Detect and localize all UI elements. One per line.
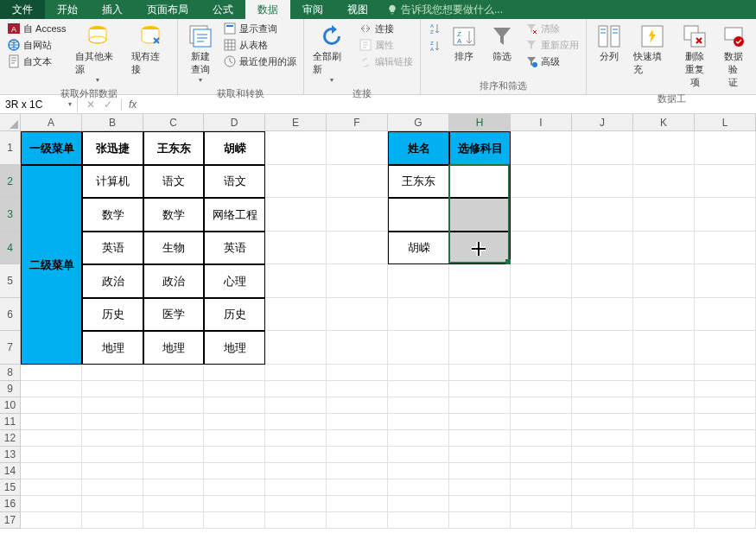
row-header-17[interactable]: 17 xyxy=(0,512,21,529)
cell-K14[interactable] xyxy=(633,463,695,479)
row-header-6[interactable]: 6 xyxy=(0,298,21,331)
cell-A9[interactable] xyxy=(21,381,82,397)
new-query-button[interactable]: 新建 查询▾ xyxy=(183,21,218,86)
cell-F15[interactable] xyxy=(327,479,388,496)
tab-review[interactable]: 审阅 xyxy=(290,0,335,19)
col-header-C[interactable]: C xyxy=(143,114,204,131)
cell-K6[interactable] xyxy=(633,298,695,331)
cell-L12[interactable] xyxy=(695,430,756,447)
edit-links-button[interactable]: 编辑链接 xyxy=(357,54,415,69)
cell-D10[interactable] xyxy=(204,397,265,414)
cell-I17[interactable] xyxy=(511,512,572,529)
from-web-button[interactable]: 自网站 xyxy=(5,37,68,53)
cell-E4[interactable] xyxy=(265,232,327,264)
cell-C13[interactable] xyxy=(143,447,204,463)
cell-K1[interactable] xyxy=(633,131,695,165)
col-header-H[interactable]: H xyxy=(449,114,511,131)
cell-E16[interactable] xyxy=(265,496,327,512)
cell-L3[interactable] xyxy=(695,198,756,232)
cell-I7[interactable] xyxy=(511,331,572,365)
tab-layout[interactable]: 页面布局 xyxy=(135,0,200,19)
row-header-5[interactable]: 5 xyxy=(0,264,21,298)
col-header-D[interactable]: D xyxy=(204,114,265,131)
cell-L9[interactable] xyxy=(695,381,756,397)
cell-C3[interactable]: 数学 xyxy=(143,198,204,232)
cell-J12[interactable] xyxy=(572,430,633,447)
cell-I4[interactable] xyxy=(511,232,572,264)
from-table-button[interactable]: 从表格 xyxy=(221,37,298,53)
filter-button[interactable]: 筛选 xyxy=(485,21,519,65)
cell-H1[interactable]: 选修科目 xyxy=(449,131,511,165)
formula-input[interactable] xyxy=(143,103,756,106)
cell-F1[interactable] xyxy=(327,131,388,165)
cell-E8[interactable] xyxy=(265,365,327,381)
cell-C8[interactable] xyxy=(143,365,204,381)
col-header-J[interactable]: J xyxy=(572,114,633,131)
cell-B5[interactable]: 政治 xyxy=(82,264,143,298)
cell-B1[interactable]: 张迅捷 xyxy=(82,131,143,165)
cell-D6[interactable]: 历史 xyxy=(204,298,265,331)
from-access-button[interactable]: A自 Access xyxy=(5,21,68,36)
col-header-E[interactable]: E xyxy=(265,114,327,131)
remove-duplicates-button[interactable]: 删除 重复项 xyxy=(677,21,712,91)
cell-B11[interactable] xyxy=(82,414,143,430)
cell-I3[interactable] xyxy=(511,198,572,232)
cancel-icon[interactable]: ✕ xyxy=(86,98,95,111)
cell-B10[interactable] xyxy=(82,397,143,414)
cell-F10[interactable] xyxy=(327,397,388,414)
cell-E5[interactable] xyxy=(265,264,327,298)
cell-A10[interactable] xyxy=(21,397,82,414)
refresh-all-button[interactable]: 全部刷新▾ xyxy=(309,21,353,86)
tab-data[interactable]: 数据 xyxy=(245,0,290,19)
cell-G1[interactable]: 姓名 xyxy=(388,131,449,165)
cell-F4[interactable] xyxy=(327,232,388,264)
cell-K15[interactable] xyxy=(633,479,695,496)
cell-C16[interactable] xyxy=(143,496,204,512)
cell-J8[interactable] xyxy=(572,365,633,381)
flash-fill-button[interactable]: 快速填充 xyxy=(630,21,674,78)
tab-file[interactable]: 文件 xyxy=(0,0,45,19)
cell-G14[interactable] xyxy=(388,463,449,479)
cell-A1[interactable]: 一级菜单 xyxy=(21,131,82,165)
cell-F11[interactable] xyxy=(327,414,388,430)
row-header-8[interactable]: 8 xyxy=(0,365,21,381)
cell-H8[interactable] xyxy=(449,365,511,381)
col-header-F[interactable]: F xyxy=(327,114,388,131)
cell-D15[interactable] xyxy=(204,479,265,496)
cell-L6[interactable] xyxy=(695,298,756,331)
reapply-button[interactable]: 重新应用 xyxy=(523,37,581,53)
row-header-13[interactable]: 13 xyxy=(0,447,21,463)
name-box[interactable]: 3R x 1C ▾ xyxy=(0,97,78,112)
cell-J1[interactable] xyxy=(572,131,633,165)
cell-J2[interactable] xyxy=(572,165,633,198)
cell-H2[interactable] xyxy=(449,165,511,198)
cell-D9[interactable] xyxy=(204,381,265,397)
cell-D11[interactable] xyxy=(204,414,265,430)
cell-I10[interactable] xyxy=(511,397,572,414)
cell-L15[interactable] xyxy=(695,479,756,496)
cell-J15[interactable] xyxy=(572,479,633,496)
from-text-button[interactable]: 自文本 xyxy=(5,54,68,69)
tab-formula[interactable]: 公式 xyxy=(200,0,245,19)
cell-H17[interactable] xyxy=(449,512,511,529)
cell-K4[interactable] xyxy=(633,232,695,264)
cell-G17[interactable] xyxy=(388,512,449,529)
cell-F6[interactable] xyxy=(327,298,388,331)
cell-A15[interactable] xyxy=(21,479,82,496)
cell-J17[interactable] xyxy=(572,512,633,529)
cell-H7[interactable] xyxy=(449,331,511,365)
cell-L16[interactable] xyxy=(695,496,756,512)
cell-F9[interactable] xyxy=(327,381,388,397)
cell-D3[interactable]: 网络工程 xyxy=(204,198,265,232)
cell-E14[interactable] xyxy=(265,463,327,479)
cell-I2[interactable] xyxy=(511,165,572,198)
cell-B8[interactable] xyxy=(82,365,143,381)
cell-B9[interactable] xyxy=(82,381,143,397)
cell-L1[interactable] xyxy=(695,131,756,165)
cell-C11[interactable] xyxy=(143,414,204,430)
cell-D12[interactable] xyxy=(204,430,265,447)
row-header-9[interactable]: 9 xyxy=(0,381,21,397)
cell-F13[interactable] xyxy=(327,447,388,463)
col-header-K[interactable]: K xyxy=(633,114,695,131)
cell-E2[interactable] xyxy=(265,165,327,198)
